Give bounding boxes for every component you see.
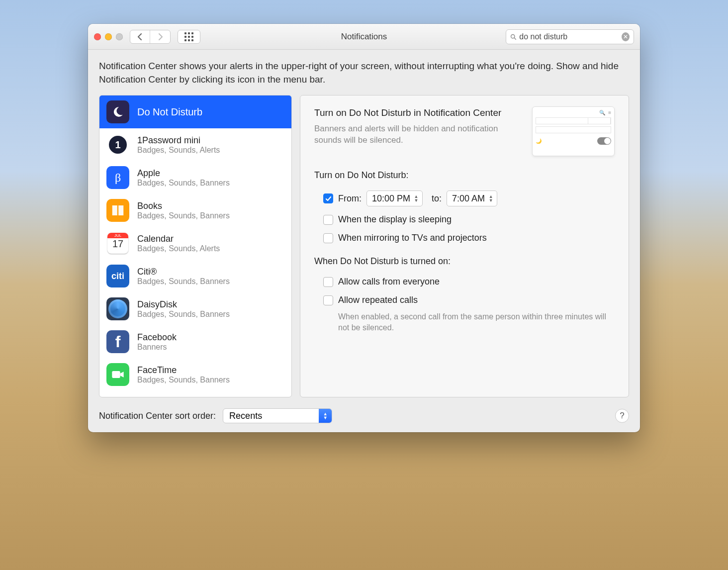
sort-order-label: Notification Center sort order: (99, 411, 216, 421)
mirroring-label: When mirroring to TVs and projectors (338, 233, 487, 243)
sidebar-item-citi-[interactable]: citiCiti®Badges, Sounds, Banners (99, 260, 291, 292)
chevron-down-icon: ▼ (487, 198, 495, 202)
daisy-icon (106, 297, 129, 320)
help-button[interactable]: ? (615, 409, 629, 423)
from-label: From: (338, 193, 362, 204)
sidebar-item-sublabel: Banners (137, 343, 177, 352)
svg-rect-2 (112, 371, 120, 378)
search-icon (510, 33, 516, 40)
clear-search-button[interactable]: ✕ (622, 32, 630, 41)
forward-button[interactable] (150, 30, 170, 43)
section-schedule-title: Turn on Do Not Disturb: (314, 170, 615, 181)
sidebar-item-label: DaisyDisk (137, 299, 230, 310)
sidebar-item-sublabel: Badges, Sounds, Alerts (137, 146, 220, 155)
sidebar-item-label: Do Not Disturb (137, 106, 202, 118)
svg-line-1 (514, 37, 516, 39)
from-checkbox[interactable] (323, 193, 333, 203)
sidebar-item-label: Apple (137, 168, 230, 179)
sidebar-item-sublabel: Badges, Sounds, Banners (137, 211, 230, 220)
detail-subtitle: Banners and alerts will be hidden and no… (314, 123, 522, 146)
sort-order-select[interactable]: Recents ▲▼ (223, 408, 332, 423)
moon-icon: 🌙 (536, 138, 542, 144)
show-all-button[interactable] (178, 30, 200, 44)
sidebar-item-label: 1Password mini (137, 135, 220, 146)
to-time-value: 7:00 AM (452, 193, 485, 204)
to-stepper[interactable]: ▲▼ (487, 194, 495, 202)
allow-calls-checkbox[interactable] (323, 277, 333, 287)
repeated-calls-hint: When enabled, a second call from the sam… (314, 309, 615, 333)
sidebar-item-facetime[interactable]: FaceTimeBadges, Sounds, Banners (99, 358, 291, 391)
titlebar: Notifications ✕ (88, 24, 640, 50)
beta-icon: β (106, 166, 129, 189)
sidebar-item-sublabel: Badges, Sounds, Banners (137, 376, 230, 384)
sidebar-item-label: FaceTime (137, 365, 230, 376)
intro-text: Notification Center shows your alerts in… (99, 60, 629, 86)
display-sleeping-checkbox[interactable] (323, 215, 333, 225)
app-list[interactable]: Do Not Disturb11Password miniBadges, Sou… (99, 95, 292, 397)
zoom-window-button[interactable] (116, 33, 123, 40)
schedule-row: From: 10:00 PM ▲▼ to: 7:00 AM ▲▼ (314, 187, 615, 210)
from-time-value: 10:00 PM (372, 193, 410, 204)
to-time-input[interactable]: 7:00 AM ▲▼ (447, 190, 497, 206)
sidebar-item-sublabel: Badges, Sounds, Banners (137, 179, 230, 188)
fb-icon: f (106, 330, 129, 353)
ft-icon (106, 363, 129, 386)
allow-calls-label: Allow calls from everyone (338, 277, 440, 287)
sidebar-item-daisydisk[interactable]: DaisyDiskBadges, Sounds, Banners (99, 292, 291, 325)
toggle-icon (597, 137, 611, 145)
mirroring-checkbox[interactable] (323, 233, 333, 243)
search-icon: 🔍 (599, 110, 605, 115)
minimize-window-button[interactable] (105, 33, 112, 40)
grid-icon (184, 32, 193, 41)
sidebar-item-calendar[interactable]: JUL17CalendarBadges, Sounds, Alerts (99, 227, 291, 260)
sidebar-item-label: Books (137, 201, 230, 211)
back-button[interactable] (130, 30, 150, 43)
search-field[interactable]: ✕ (506, 29, 634, 44)
allow-repeated-checkbox[interactable] (323, 295, 333, 305)
list-icon: ≡ (608, 110, 611, 115)
sidebar-item-do-not-disturb[interactable]: Do Not Disturb (99, 95, 291, 128)
sidebar-item-books[interactable]: BooksBadges, Sounds, Banners (99, 194, 291, 227)
sidebar-item-facebook[interactable]: fFacebookBanners (99, 325, 291, 358)
select-handle-icon: ▲▼ (319, 409, 332, 423)
close-window-button[interactable] (94, 33, 101, 40)
chevron-down-icon: ▼ (412, 198, 420, 202)
cal-icon: JUL17 (106, 232, 129, 255)
sidebar-item-label: Citi® (137, 267, 230, 277)
detail-pane: Turn on Do Not Disturb in Notification C… (300, 95, 629, 397)
1p-icon: 1 (106, 133, 129, 156)
notification-center-preview: 🔍≡ 🌙 (532, 106, 615, 156)
sidebar-item-label: Calendar (137, 234, 220, 244)
sidebar-item-sublabel: Badges, Sounds, Alerts (137, 244, 220, 253)
books-icon (106, 199, 129, 222)
display-sleeping-label: When the display is sleeping (338, 214, 452, 225)
sidebar-item-label: Facebook (137, 332, 177, 343)
sort-order-value: Recents (229, 411, 262, 421)
citi-icon: citi (106, 265, 129, 287)
from-stepper[interactable]: ▲▼ (412, 194, 420, 202)
section-when-on-title: When Do Not Disturb is turned on: (314, 256, 615, 267)
search-input[interactable] (519, 32, 619, 41)
sidebar-item-1password-mini[interactable]: 11Password miniBadges, Sounds, Alerts (99, 128, 291, 161)
footer-row: Notification Center sort order: Recents … (99, 397, 629, 423)
detail-title: Turn on Do Not Disturb in Notification C… (314, 106, 522, 119)
sidebar-item-sublabel: Badges, Sounds, Banners (137, 277, 230, 286)
from-time-input[interactable]: 10:00 PM ▲▼ (366, 190, 423, 206)
window-controls (94, 33, 123, 40)
nav-back-forward (130, 30, 171, 44)
to-label: to: (432, 193, 442, 204)
moon-icon (106, 100, 129, 123)
content-area: Notification Center shows your alerts in… (88, 50, 640, 432)
sidebar-item-sublabel: Badges, Sounds, Banners (137, 310, 230, 319)
sidebar-item-apple[interactable]: βAppleBadges, Sounds, Banners (99, 161, 291, 194)
preferences-window: Notifications ✕ Notification Center show… (88, 24, 640, 432)
allow-repeated-label: Allow repeated calls (338, 295, 418, 305)
